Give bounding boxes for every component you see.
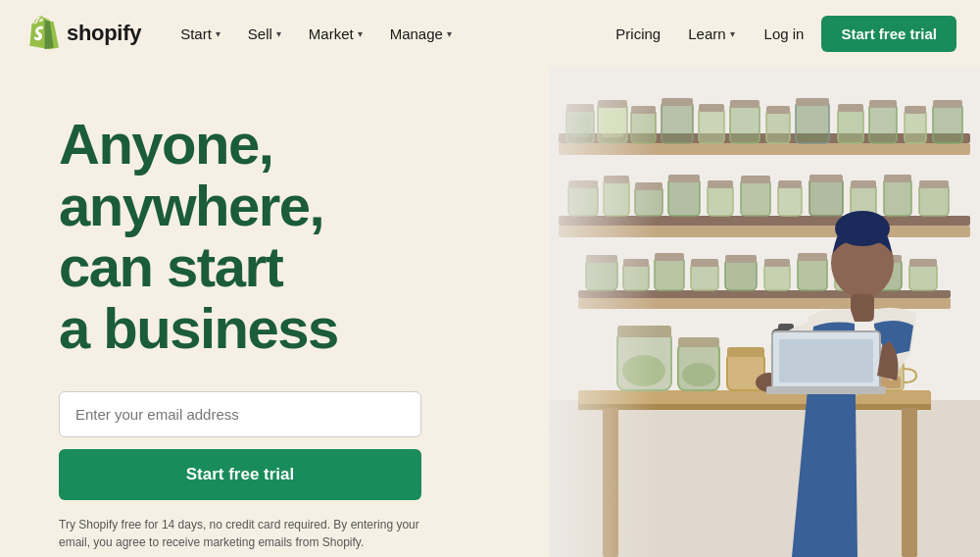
main-content: Anyone, anywhere, can start a business S… [0,67,980,557]
nav-right: Pricing Learn ▾ Log in Start free trial [604,16,956,52]
main-nav: Start ▾ Sell ▾ Market ▾ Manage ▾ [169,18,604,50]
nav-market[interactable]: Market ▾ [297,18,374,50]
nav-start-chevron-icon: ▾ [216,28,220,39]
logo-link[interactable]: shopify [24,15,141,52]
hero-section: Anyone, anywhere, can start a business S… [0,67,549,557]
nav-learn-chevron-icon: ▾ [730,28,735,39]
header: shopify Start ▾ Sell ▾ Market ▾ Manage ▾… [0,0,980,67]
nav-manage-chevron-icon: ▾ [447,28,452,39]
logo-text: shopify [67,21,141,46]
nav-start[interactable]: Start ▾ [169,18,232,50]
nav-learn[interactable]: Learn ▾ [676,18,746,50]
nav-sell-chevron-icon: ▾ [276,28,281,39]
trial-disclaimer: Try Shopify free for 14 days, no credit … [59,516,421,551]
hero-heading: Anyone, anywhere, can start a business [59,114,490,360]
nav-pricing[interactable]: Pricing [604,18,672,50]
nav-manage[interactable]: Manage ▾ [378,18,464,50]
email-input[interactable] [59,391,421,437]
nav-market-chevron-icon: ▾ [358,28,363,39]
nav-login[interactable]: Log in [751,18,818,50]
hero-image [549,67,980,557]
store-scene-svg [549,67,980,557]
header-trial-button[interactable]: Start free trial [821,16,956,52]
hero-trial-button[interactable]: Start free trial [59,449,421,500]
shopify-logo-icon [24,15,61,52]
nav-sell[interactable]: Sell ▾ [236,18,293,50]
svg-rect-101 [549,67,980,557]
